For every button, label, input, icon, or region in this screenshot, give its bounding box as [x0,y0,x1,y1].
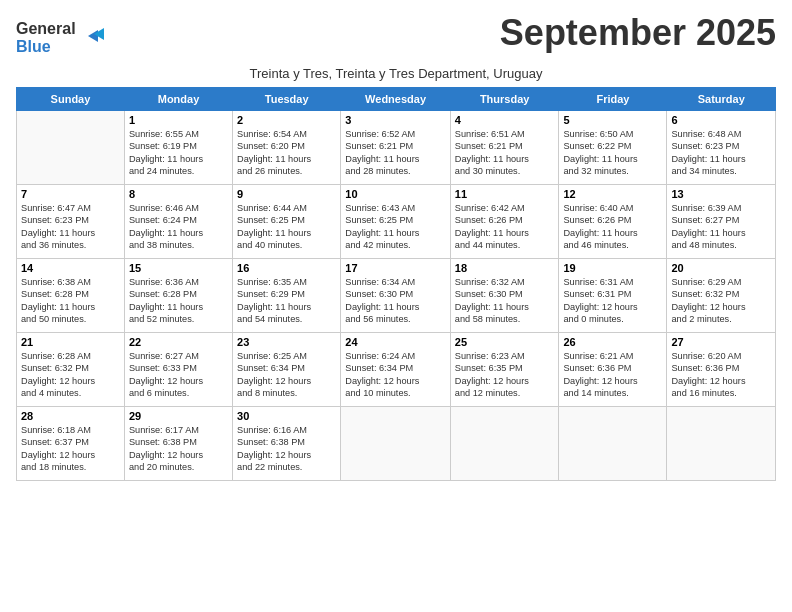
calendar-cell: 13Sunrise: 6:39 AMSunset: 6:27 PMDayligh… [667,185,776,259]
calendar-cell: 30Sunrise: 6:16 AMSunset: 6:38 PMDayligh… [233,407,341,481]
day-info: Sunrise: 6:50 AMSunset: 6:22 PMDaylight:… [563,128,662,178]
day-number: 7 [21,188,120,200]
day-number: 29 [129,410,228,422]
day-info: Sunrise: 6:43 AMSunset: 6:25 PMDaylight:… [345,202,446,252]
week-row-4: 21Sunrise: 6:28 AMSunset: 6:32 PMDayligh… [17,333,776,407]
day-info: Sunrise: 6:16 AMSunset: 6:38 PMDaylight:… [237,424,336,474]
day-number: 3 [345,114,446,126]
page-container: General Blue September 2025 Treinta y Tr… [0,0,792,489]
day-number: 9 [237,188,336,200]
calendar-cell: 23Sunrise: 6:25 AMSunset: 6:34 PMDayligh… [233,333,341,407]
week-row-3: 14Sunrise: 6:38 AMSunset: 6:28 PMDayligh… [17,259,776,333]
dow-header-monday: Monday [124,88,232,111]
day-number: 22 [129,336,228,348]
day-number: 23 [237,336,336,348]
day-info: Sunrise: 6:35 AMSunset: 6:29 PMDaylight:… [237,276,336,326]
day-info: Sunrise: 6:46 AMSunset: 6:24 PMDaylight:… [129,202,228,252]
logo: General Blue [16,16,106,64]
dow-header-saturday: Saturday [667,88,776,111]
day-number: 13 [671,188,771,200]
day-info: Sunrise: 6:20 AMSunset: 6:36 PMDaylight:… [671,350,771,400]
header-row: General Blue September 2025 [16,12,776,64]
calendar-cell: 9Sunrise: 6:44 AMSunset: 6:25 PMDaylight… [233,185,341,259]
day-number: 2 [237,114,336,126]
day-number: 10 [345,188,446,200]
days-of-week-row: SundayMondayTuesdayWednesdayThursdayFrid… [17,88,776,111]
dow-header-wednesday: Wednesday [341,88,451,111]
day-number: 15 [129,262,228,274]
day-number: 28 [21,410,120,422]
day-number: 27 [671,336,771,348]
day-info: Sunrise: 6:28 AMSunset: 6:32 PMDaylight:… [21,350,120,400]
calendar-cell: 12Sunrise: 6:40 AMSunset: 6:26 PMDayligh… [559,185,667,259]
calendar-cell: 3Sunrise: 6:52 AMSunset: 6:21 PMDaylight… [341,111,451,185]
day-info: Sunrise: 6:29 AMSunset: 6:32 PMDaylight:… [671,276,771,326]
day-number: 5 [563,114,662,126]
day-info: Sunrise: 6:27 AMSunset: 6:33 PMDaylight:… [129,350,228,400]
dow-header-tuesday: Tuesday [233,88,341,111]
week-row-2: 7Sunrise: 6:47 AMSunset: 6:23 PMDaylight… [17,185,776,259]
calendar-cell [341,407,451,481]
day-info: Sunrise: 6:38 AMSunset: 6:28 PMDaylight:… [21,276,120,326]
day-info: Sunrise: 6:55 AMSunset: 6:19 PMDaylight:… [129,128,228,178]
calendar-cell: 25Sunrise: 6:23 AMSunset: 6:35 PMDayligh… [450,333,559,407]
day-info: Sunrise: 6:32 AMSunset: 6:30 PMDaylight:… [455,276,555,326]
day-number: 21 [21,336,120,348]
day-info: Sunrise: 6:24 AMSunset: 6:34 PMDaylight:… [345,350,446,400]
day-info: Sunrise: 6:36 AMSunset: 6:28 PMDaylight:… [129,276,228,326]
day-number: 20 [671,262,771,274]
day-number: 1 [129,114,228,126]
day-info: Sunrise: 6:47 AMSunset: 6:23 PMDaylight:… [21,202,120,252]
month-title: September 2025 [500,12,776,54]
dow-header-friday: Friday [559,88,667,111]
svg-text:Blue: Blue [16,38,51,55]
day-info: Sunrise: 6:44 AMSunset: 6:25 PMDaylight:… [237,202,336,252]
calendar-table: SundayMondayTuesdayWednesdayThursdayFrid… [16,87,776,481]
calendar-cell: 16Sunrise: 6:35 AMSunset: 6:29 PMDayligh… [233,259,341,333]
day-number: 12 [563,188,662,200]
logo-text: General Blue [16,16,106,64]
day-number: 25 [455,336,555,348]
calendar-cell: 11Sunrise: 6:42 AMSunset: 6:26 PMDayligh… [450,185,559,259]
week-row-5: 28Sunrise: 6:18 AMSunset: 6:37 PMDayligh… [17,407,776,481]
calendar-cell: 1Sunrise: 6:55 AMSunset: 6:19 PMDaylight… [124,111,232,185]
day-info: Sunrise: 6:21 AMSunset: 6:36 PMDaylight:… [563,350,662,400]
calendar-cell [667,407,776,481]
calendar-cell: 24Sunrise: 6:24 AMSunset: 6:34 PMDayligh… [341,333,451,407]
subtitle: Treinta y Tres, Treinta y Tres Departmen… [16,66,776,81]
calendar-cell: 7Sunrise: 6:47 AMSunset: 6:23 PMDaylight… [17,185,125,259]
week-row-1: 1Sunrise: 6:55 AMSunset: 6:19 PMDaylight… [17,111,776,185]
day-number: 11 [455,188,555,200]
day-info: Sunrise: 6:31 AMSunset: 6:31 PMDaylight:… [563,276,662,326]
calendar-cell [17,111,125,185]
svg-marker-2 [88,30,98,42]
day-info: Sunrise: 6:52 AMSunset: 6:21 PMDaylight:… [345,128,446,178]
svg-text:General: General [16,20,76,37]
day-info: Sunrise: 6:48 AMSunset: 6:23 PMDaylight:… [671,128,771,178]
calendar-cell: 15Sunrise: 6:36 AMSunset: 6:28 PMDayligh… [124,259,232,333]
day-info: Sunrise: 6:42 AMSunset: 6:26 PMDaylight:… [455,202,555,252]
day-number: 4 [455,114,555,126]
day-info: Sunrise: 6:34 AMSunset: 6:30 PMDaylight:… [345,276,446,326]
calendar-cell: 17Sunrise: 6:34 AMSunset: 6:30 PMDayligh… [341,259,451,333]
calendar-cell: 28Sunrise: 6:18 AMSunset: 6:37 PMDayligh… [17,407,125,481]
day-number: 14 [21,262,120,274]
calendar-cell: 26Sunrise: 6:21 AMSunset: 6:36 PMDayligh… [559,333,667,407]
day-number: 30 [237,410,336,422]
day-info: Sunrise: 6:25 AMSunset: 6:34 PMDaylight:… [237,350,336,400]
calendar-cell: 22Sunrise: 6:27 AMSunset: 6:33 PMDayligh… [124,333,232,407]
day-info: Sunrise: 6:40 AMSunset: 6:26 PMDaylight:… [563,202,662,252]
day-info: Sunrise: 6:39 AMSunset: 6:27 PMDaylight:… [671,202,771,252]
calendar-cell: 5Sunrise: 6:50 AMSunset: 6:22 PMDaylight… [559,111,667,185]
dow-header-thursday: Thursday [450,88,559,111]
calendar-cell [450,407,559,481]
day-info: Sunrise: 6:17 AMSunset: 6:38 PMDaylight:… [129,424,228,474]
day-info: Sunrise: 6:51 AMSunset: 6:21 PMDaylight:… [455,128,555,178]
day-number: 24 [345,336,446,348]
calendar-cell: 4Sunrise: 6:51 AMSunset: 6:21 PMDaylight… [450,111,559,185]
day-number: 6 [671,114,771,126]
day-number: 19 [563,262,662,274]
calendar-cell: 18Sunrise: 6:32 AMSunset: 6:30 PMDayligh… [450,259,559,333]
calendar-cell: 6Sunrise: 6:48 AMSunset: 6:23 PMDaylight… [667,111,776,185]
day-number: 17 [345,262,446,274]
